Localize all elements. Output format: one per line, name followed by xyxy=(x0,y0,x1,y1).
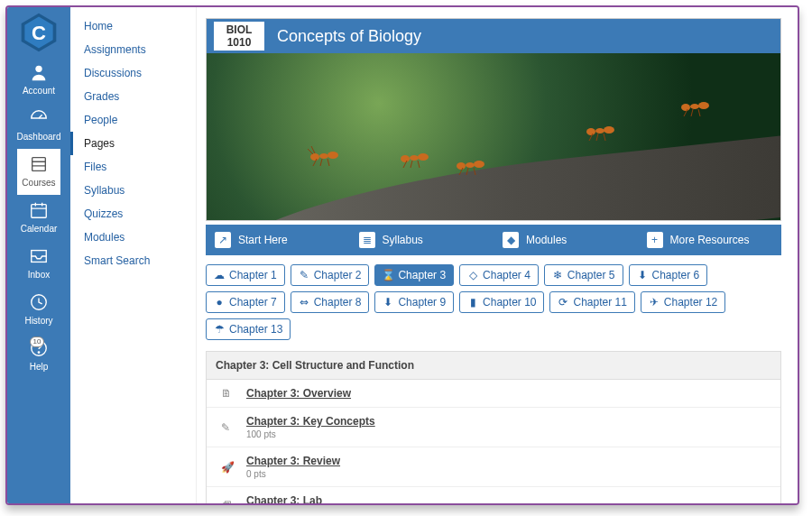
course-code-line2: 1010 xyxy=(217,36,262,49)
chapter-chip-12[interactable]: ✈Chapter 12 xyxy=(641,291,725,313)
chapter-chips: ☁Chapter 1✎Chapter 2⌛Chapter 3◇Chapter 4… xyxy=(206,264,781,340)
svg-point-15 xyxy=(38,352,39,353)
cnav-grades[interactable]: Grades xyxy=(70,85,196,108)
quiz-icon: 🚀 xyxy=(221,461,237,474)
chapter-label: Chapter 10 xyxy=(483,296,536,309)
navbar-start-here[interactable]: ↗Start Here xyxy=(206,225,350,255)
gnav-history[interactable]: History xyxy=(17,287,61,333)
chapter-icon: ● xyxy=(214,297,225,308)
nav-label: More Resources xyxy=(670,234,750,246)
chapter-chip-10[interactable]: ▮Chapter 10 xyxy=(459,291,544,313)
svg-point-17 xyxy=(319,153,328,159)
module-row[interactable]: 🗎Chapter 3: Overview xyxy=(207,380,780,408)
navbar-syllabus[interactable]: ≣Syllabus xyxy=(350,225,494,255)
navbar-modules[interactable]: ◆Modules xyxy=(494,225,638,255)
chapter-icon: ☁ xyxy=(214,270,225,281)
svg-line-21 xyxy=(328,159,329,166)
chapter-icon: ✈ xyxy=(649,297,660,308)
chapter-chip-5[interactable]: ❄Chapter 5 xyxy=(544,264,623,286)
app-logo[interactable]: C xyxy=(12,7,66,57)
chapter-icon: ❄ xyxy=(552,270,563,281)
module-item-title[interactable]: Chapter 3: Lab xyxy=(246,494,322,503)
cnav-pages[interactable]: Pages xyxy=(70,132,196,155)
svg-line-23 xyxy=(311,146,315,153)
svg-point-37 xyxy=(595,128,604,134)
cnav-quizzes[interactable]: Quizzes xyxy=(70,202,196,226)
chapter-chip-4[interactable]: ◇Chapter 4 xyxy=(459,264,539,286)
banner-image xyxy=(207,53,780,220)
chapter-chip-9[interactable]: ⬇Chapter 9 xyxy=(374,291,454,313)
cnav-assignments[interactable]: Assignments xyxy=(70,38,196,61)
chapter-icon: ☂ xyxy=(214,324,225,335)
svg-point-36 xyxy=(586,128,595,135)
svg-point-24 xyxy=(401,155,410,162)
svg-line-46 xyxy=(691,109,693,116)
svg-rect-5 xyxy=(32,158,46,171)
lab-icon: 🗐 xyxy=(221,501,237,504)
svg-point-32 xyxy=(474,161,484,168)
svg-line-28 xyxy=(411,161,412,168)
history-icon xyxy=(17,292,61,314)
gnav-dashboard[interactable]: Dashboard xyxy=(17,103,61,149)
cnav-discussions[interactable]: Discussions xyxy=(70,61,196,85)
ant-graphic xyxy=(582,119,618,141)
module-row[interactable]: 🚀Chapter 3: Review0 pts xyxy=(207,447,780,487)
nav-icon: ≣ xyxy=(359,232,375,248)
gnav-label: Calendar xyxy=(21,224,58,234)
calendar-icon xyxy=(17,200,61,222)
chapter-chip-3[interactable]: ⌛Chapter 3 xyxy=(374,264,454,286)
gnav-label: Help xyxy=(30,362,49,372)
chapter-chip-6[interactable]: ⬇Chapter 6 xyxy=(629,264,708,286)
cnav-syllabus[interactable]: Syllabus xyxy=(70,179,196,202)
chapter-icon: ▮ xyxy=(467,297,478,308)
svg-point-3 xyxy=(35,66,42,72)
svg-line-35 xyxy=(474,168,475,175)
module-item-title[interactable]: Chapter 3: Review xyxy=(246,455,340,467)
cnav-files[interactable]: Files xyxy=(70,155,196,179)
svg-point-38 xyxy=(604,126,614,134)
svg-point-16 xyxy=(310,153,319,161)
chapter-chip-11[interactable]: ⟳Chapter 11 xyxy=(549,291,634,313)
module-item-title[interactable]: Chapter 3: Overview xyxy=(246,387,351,400)
svg-rect-8 xyxy=(32,205,47,218)
main-content: BIOL 1010 Concepts of Biology ↗Start Her… xyxy=(197,7,798,503)
chapter-icon: ✎ xyxy=(299,270,309,281)
svg-line-34 xyxy=(466,168,468,175)
nav-label: Modules xyxy=(526,234,567,246)
assignment-icon: ✎ xyxy=(221,421,237,434)
module-item-title[interactable]: Chapter 3: Key Concepts xyxy=(246,415,375,428)
gnav-calendar[interactable]: Calendar xyxy=(17,195,61,241)
chapter-chip-13[interactable]: ☂Chapter 13 xyxy=(206,318,291,340)
gnav-label: Dashboard xyxy=(17,132,61,142)
gnav-courses[interactable]: Courses xyxy=(17,149,61,195)
page-icon: 🗎 xyxy=(221,387,237,400)
chapter-label: Chapter 5 xyxy=(567,269,615,281)
gnav-inbox[interactable]: Inbox xyxy=(17,241,61,287)
nav-icon: ↗ xyxy=(215,232,231,248)
cnav-people[interactable]: People xyxy=(70,108,196,132)
svg-line-47 xyxy=(698,109,700,116)
cnav-home[interactable]: Home xyxy=(70,14,196,38)
navbar-more-resources[interactable]: +More Resources xyxy=(638,225,782,255)
chapter-label: Chapter 9 xyxy=(398,296,446,309)
course-code: BIOL 1010 xyxy=(214,22,264,51)
cnav-modules[interactable]: Modules xyxy=(70,226,196,249)
nav-icon: ◆ xyxy=(503,232,519,248)
gnav-help[interactable]: Help10 xyxy=(17,333,61,379)
svg-point-18 xyxy=(328,152,338,159)
module-row[interactable]: 🗐Chapter 3: Lab200 pts xyxy=(207,487,780,503)
chapter-chip-8[interactable]: ⇔Chapter 8 xyxy=(291,291,370,313)
branch-graphic xyxy=(207,133,780,220)
chapter-chip-1[interactable]: ☁Chapter 1 xyxy=(206,264,285,286)
gnav-label: Courses xyxy=(22,178,55,188)
gnav-account[interactable]: Account xyxy=(17,57,61,103)
module-header: Chapter 3: Cell Structure and Function xyxy=(207,352,780,380)
gnav-label: Account xyxy=(23,86,55,96)
cnav-smart-search[interactable]: Smart Search xyxy=(70,249,196,272)
svg-point-31 xyxy=(466,162,475,168)
module-row[interactable]: ✎Chapter 3: Key Concepts100 pts xyxy=(207,408,780,447)
chapter-label: Chapter 6 xyxy=(652,269,700,281)
svg-line-29 xyxy=(418,161,420,168)
chapter-chip-2[interactable]: ✎Chapter 2 xyxy=(291,264,370,286)
chapter-chip-7[interactable]: ●Chapter 7 xyxy=(206,291,285,313)
